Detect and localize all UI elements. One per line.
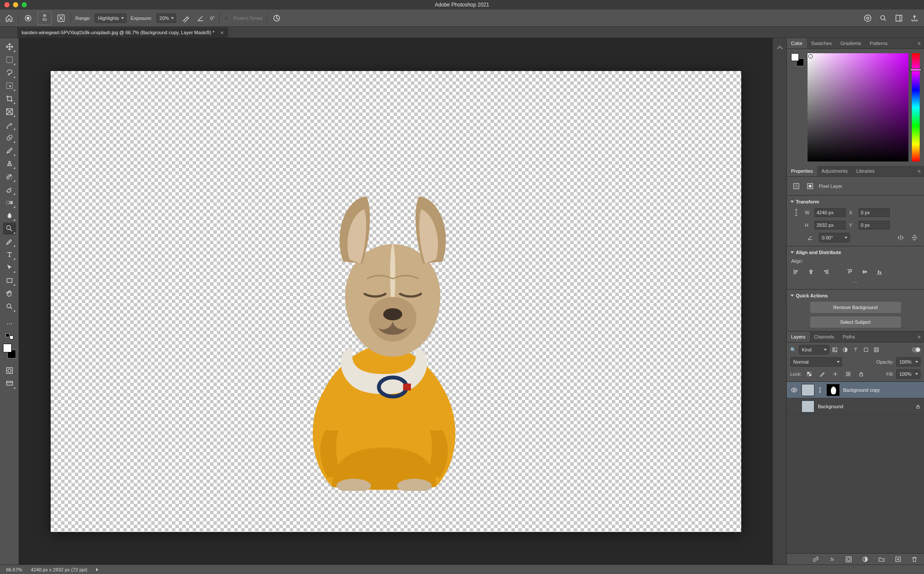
blend-mode-dropdown[interactable]: Normal — [790, 357, 842, 367]
brush-tool-icon[interactable] — [3, 145, 16, 157]
filter-adjustment-icon[interactable] — [842, 347, 848, 353]
tab-paths[interactable]: Paths — [839, 332, 859, 342]
filter-pixel-icon[interactable] — [832, 347, 838, 353]
remove-background-button[interactable]: Remove Background — [810, 302, 901, 313]
link-wh-icon[interactable] — [791, 208, 801, 217]
object-selection-tool-icon[interactable] — [3, 80, 16, 92]
foreground-background-swatch[interactable] — [2, 343, 17, 359]
tab-color[interactable]: Color — [787, 38, 807, 48]
delete-layer-icon[interactable] — [909, 555, 920, 564]
dodge-tool-icon[interactable] — [3, 223, 16, 235]
lock-artboard-icon[interactable] — [843, 369, 853, 379]
default-colors-icon[interactable] — [6, 333, 13, 339]
current-tool-icon[interactable] — [23, 13, 33, 23]
add-mask-icon[interactable] — [843, 555, 854, 564]
eyedropper-tool-icon[interactable] — [3, 119, 16, 131]
document-canvas[interactable] — [51, 71, 741, 532]
tab-patterns[interactable]: Patterns — [866, 38, 892, 48]
collapsed-dock-strip[interactable] — [772, 38, 786, 564]
height-input[interactable] — [814, 221, 846, 229]
tab-libraries[interactable]: Libraries — [852, 166, 879, 176]
lock-position-icon[interactable] — [830, 369, 840, 379]
tab-properties[interactable]: Properties — [787, 166, 817, 176]
color-field-indicator[interactable] — [808, 54, 813, 58]
layers-panel-menu-icon[interactable]: ≡ — [914, 332, 924, 342]
new-group-icon[interactable] — [876, 555, 887, 564]
window-minimize-button[interactable] — [13, 2, 18, 7]
exposure-dropdown[interactable]: 20% — [156, 13, 176, 23]
layer-mask-link-icon[interactable] — [818, 387, 823, 393]
color-panel-menu-icon[interactable]: ≡ — [914, 38, 924, 48]
align-header[interactable]: Align and Distribute — [791, 250, 920, 255]
zoom-level[interactable]: 66.67% — [6, 567, 22, 572]
document-dimensions[interactable]: 4240 px x 2832 px (72 ppi) — [31, 567, 87, 572]
hand-tool-icon[interactable] — [3, 287, 16, 300]
layer-visibility-icon[interactable] — [790, 387, 798, 393]
tab-swatches[interactable]: Swatches — [807, 38, 836, 48]
x-input[interactable] — [859, 208, 890, 217]
filter-toggle-switch[interactable] — [912, 347, 921, 352]
layer-mask-thumbnail[interactable] — [827, 384, 840, 396]
fill-input[interactable]: 100% — [896, 369, 921, 379]
layer-name[interactable]: Background — [818, 404, 843, 409]
rectangle-tool-icon[interactable] — [3, 274, 16, 287]
filter-search-icon[interactable]: 🔍 — [790, 347, 796, 353]
window-close-button[interactable] — [4, 2, 10, 7]
align-top-icon[interactable] — [845, 267, 855, 277]
window-maximize-button[interactable] — [22, 2, 27, 7]
brush-settings-icon[interactable] — [56, 13, 66, 23]
lasso-tool-icon[interactable] — [3, 67, 16, 79]
tab-channels[interactable]: Channels — [810, 332, 838, 342]
layer-row[interactable]: Background — [787, 398, 924, 415]
history-brush-tool-icon[interactable] — [3, 171, 16, 183]
spot-healing-tool-icon[interactable] — [3, 132, 16, 144]
layer-thumbnail[interactable] — [801, 384, 814, 396]
align-left-icon[interactable] — [791, 267, 801, 277]
layer-thumbnail[interactable] — [801, 400, 814, 413]
crop-tool-icon[interactable] — [3, 93, 16, 105]
filter-smartobject-icon[interactable] — [873, 347, 879, 353]
lock-all-icon[interactable] — [856, 369, 866, 379]
tab-adjustments[interactable]: Adjustments — [817, 166, 852, 176]
filter-shape-icon[interactable] — [863, 347, 869, 353]
layer-row[interactable]: Background copy — [787, 382, 924, 398]
frame-tool-icon[interactable] — [3, 106, 16, 118]
align-more-icon[interactable]: ⋯ — [791, 280, 920, 286]
align-right-icon[interactable] — [821, 267, 831, 277]
rotation-input[interactable]: 0.00° — [819, 233, 850, 242]
canvas-area[interactable] — [19, 38, 772, 564]
lock-pixels-icon[interactable] — [817, 369, 827, 379]
edit-toolbar-icon[interactable]: ⋯ — [3, 318, 16, 330]
screen-mode-icon[interactable] — [3, 377, 16, 390]
flip-horizontal-icon[interactable] — [895, 233, 906, 242]
new-adjustment-layer-icon[interactable] — [860, 555, 870, 564]
pen-tool-icon[interactable] — [3, 235, 16, 248]
share-icon[interactable] — [909, 13, 920, 23]
layer-locked-icon[interactable] — [915, 404, 921, 409]
color-panel-fgbg-swatch[interactable] — [791, 53, 804, 66]
align-hcenter-icon[interactable] — [806, 267, 816, 277]
type-tool-icon[interactable] — [3, 248, 16, 261]
brush-preset-picker[interactable]: 50 — [38, 11, 52, 25]
close-tab-icon[interactable]: × — [220, 29, 224, 36]
range-dropdown[interactable]: Highlights — [95, 13, 126, 23]
tab-layers[interactable]: Layers — [787, 332, 810, 342]
hue-slider-indicator[interactable] — [911, 69, 921, 71]
filter-type-icon[interactable] — [853, 347, 859, 353]
quick-mask-icon[interactable] — [3, 364, 16, 377]
eraser-tool-icon[interactable] — [3, 184, 16, 196]
link-layers-icon[interactable] — [811, 555, 821, 564]
document-tab[interactable]: karsten-winegeart-5PVXkqt2s9k-unsplash.j… — [17, 27, 228, 38]
move-tool-icon[interactable] — [3, 41, 16, 53]
gradient-tool-icon[interactable] — [3, 197, 16, 209]
search-icon[interactable] — [878, 13, 888, 23]
zoom-tool-icon[interactable] — [3, 300, 16, 313]
select-subject-button[interactable]: Select Subject — [810, 316, 901, 328]
hue-slider[interactable] — [912, 53, 920, 161]
tab-gradients[interactable]: Gradients — [836, 38, 866, 48]
dock-expand-icon[interactable] — [777, 46, 783, 49]
width-input[interactable] — [814, 208, 846, 217]
layer-filter-kind-dropdown[interactable]: Kind — [799, 345, 829, 355]
properties-panel-menu-icon[interactable]: ≡ — [914, 166, 924, 176]
transform-header[interactable]: Transform — [791, 199, 920, 204]
